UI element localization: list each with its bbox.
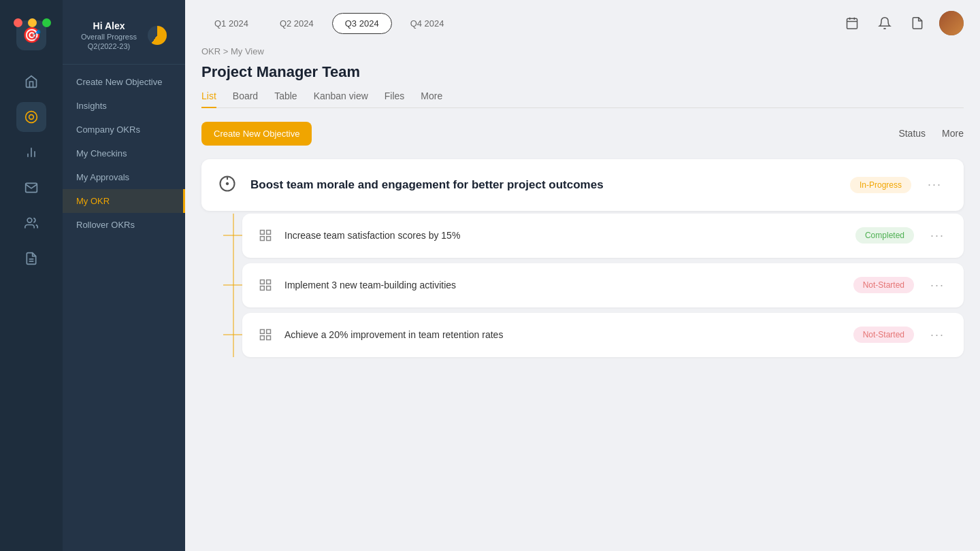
tab-table[interactable]: Table: [274, 90, 297, 108]
kr-icon-3: [256, 325, 275, 344]
objective-status-badge: In-Progress: [850, 177, 911, 193]
objective-card: Boost team morale and engagement for bet…: [201, 159, 964, 211]
svg-point-1: [29, 115, 34, 120]
svg-rect-22: [261, 286, 265, 290]
user-section: Hi Alex Overall Progress Q2(2022-23): [63, 14, 185, 65]
nav-icon-home[interactable]: [16, 67, 46, 97]
progress-indicator: [148, 26, 167, 45]
quarter-tab-q4[interactable]: Q4 2024: [397, 13, 457, 34]
kr-status-badge-3: Not-Started: [853, 327, 914, 343]
user-period: Q2(2022-23): [81, 42, 137, 50]
bell-icon[interactable]: [874, 12, 896, 34]
user-name: Hi Alex: [81, 20, 137, 31]
nav-icon-okr[interactable]: [16, 102, 46, 132]
tab-list[interactable]: List: [201, 90, 216, 108]
action-bar-right: Status More: [898, 128, 964, 139]
svg-rect-23: [261, 330, 265, 334]
nav-icon-reports[interactable]: [16, 244, 46, 273]
status-filter[interactable]: Status: [898, 128, 926, 139]
more-filter[interactable]: More: [942, 128, 964, 139]
content-area: OKR > My View Project Manager Team List …: [185, 46, 980, 379]
svg-rect-24: [267, 330, 271, 334]
top-bar: Q1 2024 Q2 2024 Q3 2024 Q4 2024: [185, 0, 980, 46]
kr-title-2: Implement 3 new team-building activities: [284, 280, 853, 290]
nav-icon-messages[interactable]: [16, 173, 46, 203]
svg-point-13: [227, 182, 228, 184]
kr-card-2: Implement 3 new team-building activities…: [242, 263, 964, 307]
tab-kanban[interactable]: Kanban view: [314, 90, 368, 108]
quarter-tab-q1[interactable]: Q1 2024: [201, 13, 261, 34]
objective-icon: [218, 174, 240, 196]
menu-sidebar: Hi Alex Overall Progress Q2(2022-23) Cre…: [63, 0, 185, 551]
svg-rect-19: [261, 280, 265, 284]
kr-status-badge-2: Not-Started: [853, 277, 914, 293]
menu-item-my-approvals[interactable]: My Approvals: [63, 165, 185, 189]
svg-rect-20: [267, 280, 271, 284]
create-objective-button[interactable]: Create New Objective: [201, 122, 312, 146]
kr-title-3: Achieve a 20% improvement in team retent…: [284, 329, 853, 340]
traffic-light-green[interactable]: [42, 18, 51, 27]
user-avatar[interactable]: [939, 11, 964, 35]
kr-status-badge-1: Completed: [855, 227, 914, 244]
quarter-tab-q2[interactable]: Q2 2024: [267, 13, 327, 34]
svg-rect-8: [847, 18, 858, 29]
menu-item-rollover-okrs[interactable]: Rollover OKRs: [63, 213, 185, 237]
document-icon[interactable]: [906, 12, 928, 34]
kr-card-1: Increase team satisfaction scores by 15%…: [242, 214, 964, 258]
kr-card-3: Achieve a 20% improvement in team retent…: [242, 313, 964, 357]
svg-rect-26: [261, 336, 265, 340]
page-title: Project Manager Team: [201, 63, 964, 81]
svg-rect-16: [267, 231, 271, 235]
calendar-icon[interactable]: [841, 12, 863, 34]
menu-item-my-okr[interactable]: My OKR: [63, 189, 185, 213]
quarter-tabs: Q1 2024 Q2 2024 Q3 2024 Q4 2024: [201, 13, 457, 34]
action-bar: Create New Objective Status More: [201, 122, 964, 146]
nav-icon-team[interactable]: [16, 208, 46, 238]
svg-rect-18: [261, 237, 265, 241]
view-tabs: List Board Table Kanban view Files More: [201, 90, 964, 108]
traffic-light-red[interactable]: [14, 18, 22, 27]
kr-more-button-3[interactable]: ···: [925, 325, 950, 345]
menu-item-insights[interactable]: Insights: [63, 94, 185, 118]
nav-icon-analytics[interactable]: [16, 137, 46, 167]
kr-more-button-2[interactable]: ···: [925, 276, 950, 295]
objective-more-button[interactable]: ···: [922, 175, 947, 195]
top-bar-icons: [841, 11, 964, 35]
svg-rect-21: [267, 286, 271, 290]
kr-more-button-1[interactable]: ···: [925, 226, 950, 246]
breadcrumb: OKR > My View: [201, 46, 964, 56]
svg-point-0: [26, 112, 37, 123]
tab-files[interactable]: Files: [385, 90, 405, 108]
icon-sidebar: 🎯: [0, 0, 63, 551]
menu-item-my-checkins[interactable]: My Checkins: [63, 141, 185, 165]
kr-icon-1: [256, 226, 275, 245]
traffic-light-yellow[interactable]: [28, 18, 37, 27]
user-progress-label: Overall Progress: [81, 33, 137, 41]
tab-more[interactable]: More: [421, 90, 442, 108]
key-results-section: Increase team satisfaction scores by 15%…: [223, 214, 964, 357]
traffic-lights: [14, 18, 51, 27]
menu-item-company-okrs[interactable]: Company OKRs: [63, 118, 185, 141]
kr-icon-2: [256, 276, 275, 295]
tab-board[interactable]: Board: [233, 90, 258, 108]
objective-title: Boost team morale and engagement for bet…: [250, 178, 850, 192]
svg-rect-25: [267, 336, 271, 340]
main-content: Q1 2024 Q2 2024 Q3 2024 Q4 2024 OKR > My…: [185, 0, 980, 551]
svg-rect-15: [261, 231, 265, 235]
svg-rect-17: [267, 237, 271, 241]
svg-point-5: [27, 218, 32, 223]
menu-item-create-objective[interactable]: Create New Objective: [63, 70, 185, 94]
kr-title-1: Increase team satisfaction scores by 15%: [284, 230, 855, 241]
quarter-tab-q3[interactable]: Q3 2024: [332, 13, 392, 34]
